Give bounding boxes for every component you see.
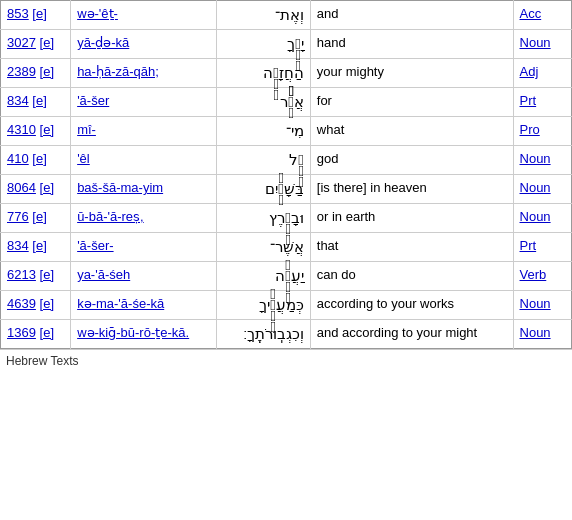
number-link[interactable]: 6213 bbox=[7, 267, 36, 282]
translit-link[interactable]: ya-'ă-śeh bbox=[77, 267, 130, 282]
table-row: 4639 [e]kə-ma-'ă-śe-kāכְּמַעֲשֶׂ֖יךָacco… bbox=[1, 291, 572, 320]
e-link[interactable]: [e] bbox=[40, 325, 54, 340]
type-link[interactable]: Noun bbox=[520, 296, 551, 311]
cell-type: Pro bbox=[513, 117, 571, 146]
cell-number: 834 [e] bbox=[1, 88, 71, 117]
cell-number: 4639 [e] bbox=[1, 291, 71, 320]
table-row: 3027 [e]yā-ḏə-kāיָדְ֖ךָhandNoun bbox=[1, 30, 572, 59]
main-table: 853 [e]wə-'êṯ-וְאֶת־andAcc3027 [e]yā-ḏə-… bbox=[0, 0, 572, 349]
translit-link[interactable]: 'ă-šer bbox=[77, 93, 109, 108]
cell-meaning: hand bbox=[310, 30, 513, 59]
e-link[interactable]: [e] bbox=[32, 6, 46, 21]
e-link[interactable]: [e] bbox=[32, 238, 46, 253]
translit-link[interactable]: ha-ḥā-zā-qāh; bbox=[77, 64, 159, 79]
cell-translit: ū-bā-'ā-reṣ, bbox=[71, 204, 217, 233]
cell-meaning: or in earth bbox=[310, 204, 513, 233]
footer-label: Hebrew Texts bbox=[0, 349, 572, 372]
cell-translit: 'êl bbox=[71, 146, 217, 175]
translit-link[interactable]: 'êl bbox=[77, 151, 90, 166]
table-row: 410 [e]'êlאֵ֣לgodNoun bbox=[1, 146, 572, 175]
cell-hebrew: אֵ֣ל bbox=[217, 146, 311, 175]
translit-link[interactable]: ū-bā-'ā-reṣ, bbox=[77, 209, 144, 224]
type-link[interactable]: Noun bbox=[520, 180, 551, 195]
e-link[interactable]: [e] bbox=[32, 93, 46, 108]
e-link[interactable]: [e] bbox=[40, 122, 54, 137]
table-row: 776 [e]ū-bā-'ā-reṣ,וּבָאָ֖רֶץor in earth… bbox=[1, 204, 572, 233]
cell-meaning: can do bbox=[310, 262, 513, 291]
cell-meaning: what bbox=[310, 117, 513, 146]
number-link[interactable]: 2389 bbox=[7, 64, 36, 79]
cell-hebrew: הַחֲזָקָ֑ה bbox=[217, 59, 311, 88]
type-link[interactable]: Verb bbox=[520, 267, 547, 282]
translit-link[interactable]: mî- bbox=[77, 122, 96, 137]
e-link[interactable]: [e] bbox=[40, 64, 54, 79]
type-link[interactable]: Noun bbox=[520, 325, 551, 340]
translit-link[interactable]: yā-ḏə-kā bbox=[77, 35, 129, 50]
number-link[interactable]: 776 bbox=[7, 209, 29, 224]
table-row: 834 [e]'ă-šer-אֲשֶׁר־thatPrt bbox=[1, 233, 572, 262]
number-link[interactable]: 834 bbox=[7, 238, 29, 253]
cell-hebrew: כְּמַעֲשֶׂ֖יךָ bbox=[217, 291, 311, 320]
cell-meaning: god bbox=[310, 146, 513, 175]
number-link[interactable]: 410 bbox=[7, 151, 29, 166]
table-row: 6213 [e]ya-'ă-śehיַעֲשֶׂ֥הcan doVerb bbox=[1, 262, 572, 291]
translit-link[interactable]: 'ă-šer- bbox=[77, 238, 113, 253]
table-row: 4310 [e]mî-מִי־whatPro bbox=[1, 117, 572, 146]
cell-type: Verb bbox=[513, 262, 571, 291]
number-link[interactable]: 4310 bbox=[7, 122, 36, 137]
number-link[interactable]: 853 bbox=[7, 6, 29, 21]
cell-meaning: that bbox=[310, 233, 513, 262]
type-link[interactable]: Prt bbox=[520, 93, 537, 108]
type-link[interactable]: Noun bbox=[520, 151, 551, 166]
cell-translit: wə-kiḡ-bū-rō-ṯe-kā. bbox=[71, 320, 217, 349]
cell-type: Prt bbox=[513, 88, 571, 117]
translit-link[interactable]: wə-kiḡ-bū-rō-ṯe-kā. bbox=[77, 325, 189, 340]
table-row: 853 [e]wə-'êṯ-וְאֶת־andAcc bbox=[1, 1, 572, 30]
type-link[interactable]: Pro bbox=[520, 122, 540, 137]
number-link[interactable]: 8064 bbox=[7, 180, 36, 195]
cell-translit: yā-ḏə-kā bbox=[71, 30, 217, 59]
cell-hebrew: וְכִגְבֽוּרֹתֶֽךָ׃ bbox=[217, 320, 311, 349]
table-row: 834 [e]'ă-šerאֲשֶׁ֨רforPrt bbox=[1, 88, 572, 117]
number-link[interactable]: 834 bbox=[7, 93, 29, 108]
cell-number: 410 [e] bbox=[1, 146, 71, 175]
cell-translit: wə-'êṯ- bbox=[71, 1, 217, 30]
type-link[interactable]: Acc bbox=[520, 6, 542, 21]
cell-translit: baš-šā-ma-yim bbox=[71, 175, 217, 204]
cell-hebrew: אֲשֶׁר־ bbox=[217, 233, 311, 262]
cell-hebrew: וְאֶת־ bbox=[217, 1, 311, 30]
number-link[interactable]: 1369 bbox=[7, 325, 36, 340]
table-row: 2389 [e]ha-ḥā-zā-qāh;הַחֲזָקָ֑הyour migh… bbox=[1, 59, 572, 88]
type-link[interactable]: Noun bbox=[520, 35, 551, 50]
cell-hebrew: אֲשֶׁ֨ר bbox=[217, 88, 311, 117]
cell-meaning: for bbox=[310, 88, 513, 117]
e-link[interactable]: [e] bbox=[40, 180, 54, 195]
cell-meaning: and bbox=[310, 1, 513, 30]
cell-hebrew: יַעֲשֶׂ֥ה bbox=[217, 262, 311, 291]
cell-meaning: your mighty bbox=[310, 59, 513, 88]
cell-type: Noun bbox=[513, 204, 571, 233]
number-link[interactable]: 4639 bbox=[7, 296, 36, 311]
cell-type: Adj bbox=[513, 59, 571, 88]
translit-link[interactable]: wə-'êṯ- bbox=[77, 6, 118, 21]
cell-meaning: and according to your might bbox=[310, 320, 513, 349]
e-link[interactable]: [e] bbox=[40, 35, 54, 50]
cell-number: 1369 [e] bbox=[1, 320, 71, 349]
type-link[interactable]: Prt bbox=[520, 238, 537, 253]
cell-type: Noun bbox=[513, 291, 571, 320]
e-link[interactable]: [e] bbox=[40, 267, 54, 282]
number-link[interactable]: 3027 bbox=[7, 35, 36, 50]
cell-hebrew: יָדְ֖ךָ bbox=[217, 30, 311, 59]
translit-link[interactable]: kə-ma-'ă-śe-kā bbox=[77, 296, 164, 311]
cell-type: Prt bbox=[513, 233, 571, 262]
cell-number: 3027 [e] bbox=[1, 30, 71, 59]
type-link[interactable]: Adj bbox=[520, 64, 539, 79]
type-link[interactable]: Noun bbox=[520, 209, 551, 224]
cell-meaning: [is there] in heaven bbox=[310, 175, 513, 204]
e-link[interactable]: [e] bbox=[32, 209, 46, 224]
e-link[interactable]: [e] bbox=[32, 151, 46, 166]
cell-translit: ya-'ă-śeh bbox=[71, 262, 217, 291]
e-link[interactable]: [e] bbox=[40, 296, 54, 311]
translit-link[interactable]: baš-šā-ma-yim bbox=[77, 180, 163, 195]
cell-type: Noun bbox=[513, 320, 571, 349]
